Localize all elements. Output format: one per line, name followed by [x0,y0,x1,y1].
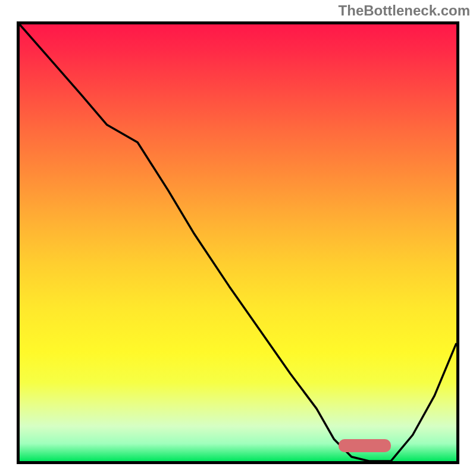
plot-frame [17,21,459,464]
optimal-range-marker [339,439,391,452]
watermark-text: TheBottleneck.com [339,2,470,19]
chart-container: TheBottleneck.com [0,0,476,476]
bottleneck-curve [20,24,456,461]
line-overlay [20,24,456,461]
